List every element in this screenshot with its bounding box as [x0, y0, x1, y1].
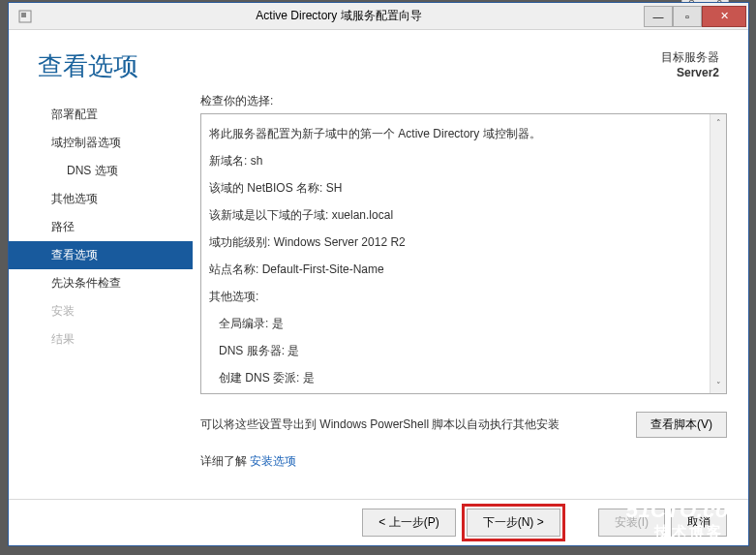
watermark: 51CTO.com 技术博客Blog	[626, 498, 748, 541]
more-info-prefix: 详细了解	[200, 454, 250, 468]
sidebar-item-4[interactable]: 路径	[9, 213, 193, 241]
maximize-button[interactable]: ▫	[673, 6, 702, 27]
main-panel: 检查你的选择: 将此服务器配置为新子域中的第一个 Active Director…	[193, 93, 748, 499]
wizard-window: Active Directory 域服务配置向导 — ▫ ✕ 查看选项 目标服务…	[8, 2, 749, 546]
sidebar-item-1[interactable]: 域控制器选项	[9, 129, 193, 157]
review-label: 检查你的选择:	[200, 93, 727, 109]
titlebar[interactable]: Active Directory 域服务配置向导 — ▫ ✕	[9, 3, 748, 30]
scroll-up-arrow[interactable]: ˄	[711, 114, 727, 131]
wizard-steps-sidebar: 部署配置域控制器选项DNS 选项其他选项路径查看选项先决条件检查安装结果	[9, 93, 193, 499]
export-row: 可以将这些设置导出到 Windows PowerShell 脚本以自动执行其他安…	[200, 412, 727, 438]
review-line: 将此服务器配置为新子域中的第一个 Active Directory 域控制器。	[209, 120, 702, 147]
minimize-button[interactable]: —	[644, 6, 673, 27]
view-script-button[interactable]: 查看脚本(V)	[636, 412, 727, 438]
watermark-blog: Blog	[727, 527, 748, 539]
target-server-label: 目标服务器	[661, 49, 719, 65]
review-line: 域功能级别: Windows Server 2012 R2	[209, 229, 702, 256]
sidebar-item-8: 结果	[9, 325, 193, 354]
sidebar-item-2[interactable]: DNS 选项	[9, 157, 193, 185]
next-highlight-box: 下一步(N) >	[462, 504, 565, 541]
header-row: 查看选项 目标服务器 Server2	[9, 30, 748, 93]
svg-rect-1	[21, 13, 26, 17]
sidebar-item-6[interactable]: 先决条件检查	[9, 269, 193, 297]
export-text: 可以将这些设置导出到 Windows PowerShell 脚本以自动执行其他安…	[200, 416, 636, 433]
target-server-info: 目标服务器 Server2	[661, 49, 719, 80]
review-line: 新域名: sh	[209, 147, 702, 174]
window-controls: — ▫ ✕	[644, 6, 746, 27]
target-server-name: Server2	[661, 65, 719, 80]
body-row: 部署配置域控制器选项DNS 选项其他选项路径查看选项先决条件检查安装结果 检查你…	[9, 93, 748, 499]
scroll-down-arrow[interactable]: ˅	[711, 377, 727, 393]
window-title: Active Directory 域服务配置向导	[36, 8, 644, 24]
more-info-row: 详细了解 安装选项	[200, 453, 727, 470]
review-line-indented: DNS 服务器: 是	[209, 337, 702, 364]
review-line: 其他选项:	[209, 283, 702, 310]
content-area: 查看选项 目标服务器 Server2 部署配置域控制器选项DNS 选项其他选项路…	[9, 30, 748, 545]
review-line: 站点名称: Default-First-Site-Name	[209, 256, 702, 283]
review-line: 该新域是以下域的子域: xuelan.local	[209, 201, 702, 229]
next-button[interactable]: 下一步(N) >	[467, 509, 560, 537]
review-line-indented: 全局编录: 是	[209, 310, 702, 337]
page-title: 查看选项	[38, 49, 138, 83]
sidebar-item-5[interactable]: 查看选项	[9, 241, 193, 269]
review-line: 该域的 NetBIOS 名称: SH	[209, 174, 702, 201]
previous-button[interactable]: < 上一步(P)	[362, 509, 455, 537]
review-line-indented: 创建 DNS 委派: 是	[209, 364, 702, 391]
review-text: 将此服务器配置为新子域中的第一个 Active Directory 域控制器。新…	[201, 114, 710, 393]
app-icon	[15, 6, 36, 27]
install-options-link[interactable]: 安装选项	[250, 454, 296, 468]
scrollbar[interactable]: ˄ ˅	[710, 114, 726, 393]
review-box: 将此服务器配置为新子域中的第一个 Active Directory 域控制器。新…	[200, 113, 727, 394]
watermark-domain: 51CTO.com	[626, 498, 748, 523]
close-button[interactable]: ✕	[702, 6, 746, 27]
sidebar-item-3[interactable]: 其他选项	[9, 185, 193, 213]
sidebar-item-0[interactable]: 部署配置	[9, 101, 193, 129]
sidebar-item-7: 安装	[9, 297, 193, 325]
watermark-text: 技术博客	[654, 523, 724, 540]
